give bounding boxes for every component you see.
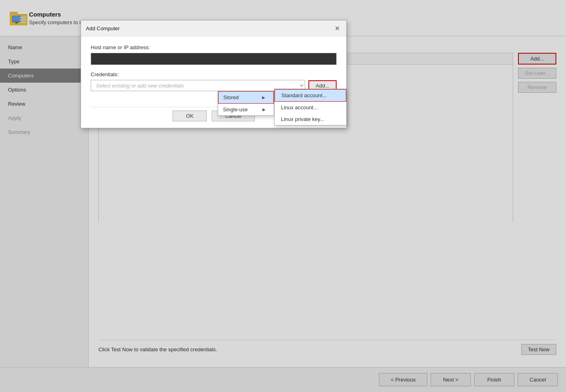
dropdown-item-stored[interactable]: Stored ▶ bbox=[218, 91, 274, 104]
hostname-label: Host name or IP address: bbox=[91, 44, 337, 50]
dropdown-item-single-use[interactable]: Single-use ▶ bbox=[218, 104, 274, 115]
credentials-label: Credentials: bbox=[91, 71, 337, 77]
single-use-arrow-icon: ▶ bbox=[262, 107, 266, 112]
add-dropdown-menu: Stored ▶ Single-use ▶ bbox=[218, 91, 274, 116]
credentials-submenu: Standard account... Linux account... Lin… bbox=[274, 89, 347, 125]
dialog-title: Add Computer bbox=[86, 25, 120, 31]
dialog-ok-button[interactable]: OK bbox=[173, 111, 207, 121]
stored-arrow-icon: ▶ bbox=[262, 95, 265, 100]
submenu-item-standard-account[interactable]: Standard account... bbox=[275, 89, 346, 102]
dialog-titlebar: Add Computer ✕ bbox=[81, 21, 346, 36]
submenu-item-linux-account[interactable]: Linux account... bbox=[275, 102, 346, 113]
submenu-item-linux-private-key[interactable]: Linux private key... bbox=[275, 113, 346, 125]
credentials-select[interactable]: Select existing or add new credentials bbox=[91, 80, 305, 91]
hostname-input[interactable] bbox=[91, 53, 337, 65]
dialog-close-button[interactable]: ✕ bbox=[333, 24, 341, 33]
